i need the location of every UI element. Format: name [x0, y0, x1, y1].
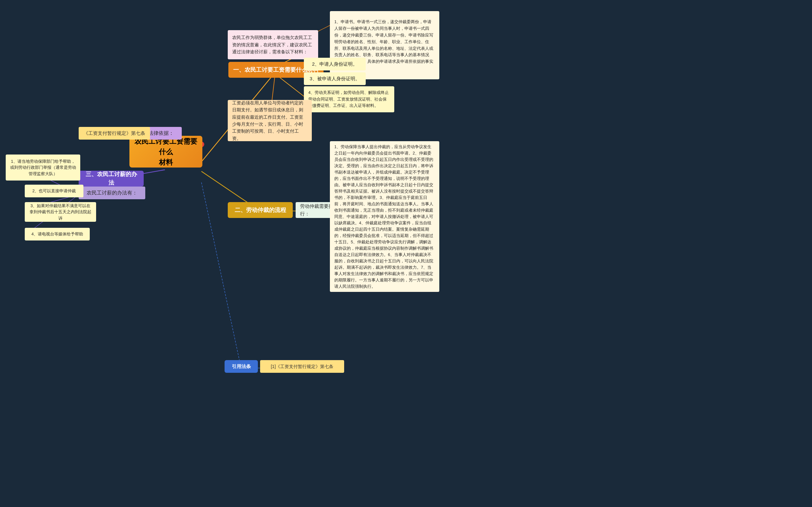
detail-wage-rule-node: 工资必须在用人单位与劳动者约定的日期支付。如遇节假日或休息日，则应提前在最近的工…: [228, 100, 312, 141]
detail-labor-relation-text: 4、劳动关系证明，如劳动合同、解除或终止劳动合同证明、工资发放情况证明、社会保险…: [308, 90, 390, 109]
method-label-text: 农民工讨薪的办法有：: [86, 189, 137, 197]
detail-id-respondent-node: 3、被申请人身份证明。: [304, 72, 366, 85]
mind-map-canvas: 农民工讨要工资需要什么 材料 一、农民工讨要工资需要什么材料 农民工作为弱势群体…: [0, 0, 812, 507]
detail-id-applicant-node: 2、申请人身份证明。: [304, 58, 366, 70]
section-3-label: 三、农民工讨薪的办法: [83, 170, 139, 187]
cite-content-node: [1]《工资支付暂行规定》第七条: [260, 360, 344, 373]
arbitration-detail-text: 1、劳动保障当事人提出仲裁的，应当从劳动争议发生之日起一年内向仲裁委员会提出书面…: [334, 144, 435, 290]
method-3-text: 3、如果对仲裁结果不满意可以在拿到仲裁书后十五天之内到法院起诉: [28, 203, 92, 221]
svg-line-9: [317, 25, 330, 32]
center-node: 农民工讨要工资需要什么 材料: [129, 136, 202, 168]
law-ref-node: 《工资支付暂行规定》第七条: [79, 127, 150, 139]
law-ref-text: 《工资支付暂行规定》第七条: [83, 130, 145, 137]
arbitration-detail-node: 1、劳动保障当事人提出仲裁的，应当从劳动争议发生之日起一年内向仲裁委员会提出书面…: [330, 141, 439, 292]
method-1-text: 1、请当地劳动保障部门给予帮助，或到劳动行政部门举报（通常是劳动管理监察大队）: [9, 158, 76, 177]
cite-content-text: [1]《工资支付暂行规定》第七条: [271, 363, 334, 370]
detail-id-respondent-text: 3、被申请人身份证明。: [310, 75, 360, 82]
detail-labor-relation-node: 4、劳动关系证明，如劳动合同、解除或终止劳动合同证明、工资发放情况证明、社会保险…: [304, 86, 394, 112]
farming-intro-node: 农民工作为弱势群体，单位拖欠农民工工资的情况普遍，在此情况下，建议农民工通过法律…: [228, 30, 318, 59]
method-2-node: 2、也可以直接申请仲裁: [25, 185, 83, 198]
method-label-node: 农民工讨薪的办法有：: [79, 186, 145, 199]
cite-label-node: 引用法条: [225, 360, 258, 373]
method-2-text: 2、也可以直接申请仲裁: [33, 188, 76, 194]
center-label: 农民工讨要工资需要什么 材料: [133, 136, 198, 168]
method-4-text: 4、请电视台等媒体给予帮助: [32, 231, 83, 237]
section-3-node: 三、农民工讨薪的办法: [79, 171, 144, 186]
farming-intro-text: 农民工作为弱势群体，单位拖欠农民工工资的情况普遍，在此情况下，建议农民工通过法律…: [232, 34, 314, 55]
method-4-node: 4、请电视台等媒体给予帮助: [25, 228, 90, 240]
cite-label-text: 引用法条: [232, 363, 251, 370]
svg-line-8: [276, 74, 305, 97]
section-2-node: 二、劳动仲裁的流程: [228, 202, 293, 218]
detail-id-applicant-text: 2、申请人身份证明。: [312, 61, 358, 68]
section-2-label: 二、劳动仲裁的流程: [235, 206, 286, 215]
detail-wage-rule-text: 工资必须在用人单位与劳动者约定的日期支付。如遇节假日或休息日，则应提前在最近的工…: [232, 99, 307, 142]
law-label-text: 法律依据：: [148, 129, 174, 137]
method-1-node: 1、请当地劳动保障部门给予帮助，或到劳动行政部门举报（通常是劳动管理监察大队）: [6, 155, 80, 180]
method-3-node: 3、如果对仲裁结果不满意可以在拿到仲裁书后十五天之内到法院起诉: [25, 202, 96, 222]
